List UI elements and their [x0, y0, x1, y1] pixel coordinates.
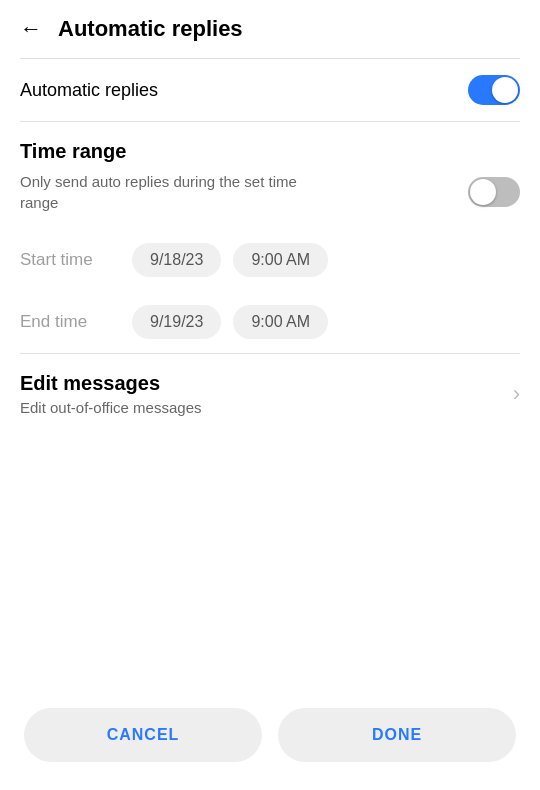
edit-messages-title: Edit messages — [20, 372, 201, 395]
start-time-time-chip[interactable]: 9:00 AM — [233, 243, 328, 277]
start-time-date-chip[interactable]: 9/18/23 — [132, 243, 221, 277]
start-time-label: Start time — [20, 250, 120, 270]
end-time-time-chip[interactable]: 9:00 AM — [233, 305, 328, 339]
back-icon[interactable]: ← — [20, 16, 42, 42]
toggle-knob — [492, 77, 518, 103]
edit-messages-text: Edit messages Edit out-of-office message… — [20, 372, 201, 416]
time-range-toggle[interactable] — [468, 177, 520, 207]
time-range-toggle-knob — [470, 179, 496, 205]
header: ← Automatic replies — [0, 0, 540, 58]
edit-messages-row[interactable]: Edit messages Edit out-of-office message… — [0, 354, 540, 434]
page-title: Automatic replies — [58, 16, 243, 42]
cancel-button[interactable]: CANCEL — [24, 708, 262, 762]
time-range-row: Only send auto replies during the set ti… — [0, 167, 540, 229]
edit-messages-subtitle: Edit out-of-office messages — [20, 399, 201, 416]
done-button[interactable]: DONE — [278, 708, 516, 762]
auto-replies-label: Automatic replies — [20, 80, 158, 101]
auto-replies-row: Automatic replies — [0, 59, 540, 121]
end-time-label: End time — [20, 312, 120, 332]
end-time-row: End time 9/19/23 9:00 AM — [0, 291, 540, 353]
end-time-date-chip[interactable]: 9/19/23 — [132, 305, 221, 339]
start-time-row: Start time 9/18/23 9:00 AM — [0, 229, 540, 291]
auto-replies-toggle[interactable] — [468, 75, 520, 105]
chevron-right-icon: › — [513, 381, 520, 407]
bottom-buttons: CANCEL DONE — [0, 688, 540, 790]
time-range-description: Only send auto replies during the set ti… — [20, 171, 320, 213]
time-range-section-title: Time range — [0, 122, 540, 167]
